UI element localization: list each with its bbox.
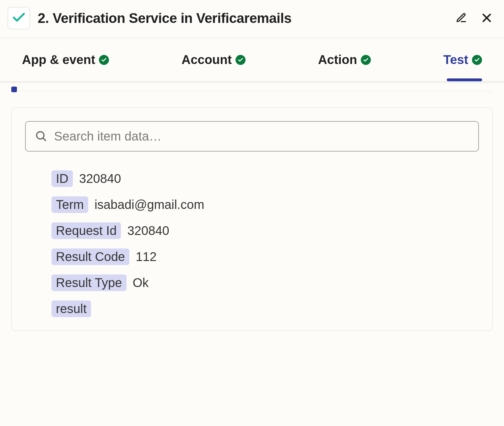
data-row: Term isabadi@gmail.com bbox=[51, 196, 479, 213]
search-icon bbox=[35, 130, 47, 143]
step-title: 2. Verification Service in Verificaremai… bbox=[38, 10, 448, 26]
data-value: 320840 bbox=[127, 224, 169, 238]
data-value: 112 bbox=[136, 250, 157, 264]
tab-account[interactable]: Account bbox=[182, 53, 246, 67]
data-key: Term bbox=[51, 196, 88, 213]
header-actions bbox=[456, 12, 493, 25]
pencil-icon bbox=[456, 12, 467, 24]
check-circle-icon bbox=[472, 55, 482, 65]
data-key: result bbox=[51, 301, 91, 317]
close-icon bbox=[481, 12, 493, 25]
svg-line-3 bbox=[43, 138, 46, 140]
result-data-list: ID 320840 Term isabadi@gmail.com Request… bbox=[25, 170, 479, 317]
data-value: Ok bbox=[133, 276, 149, 290]
progress-line bbox=[16, 91, 493, 91]
data-row: Result Type Ok bbox=[51, 274, 479, 291]
tab-shadow bbox=[0, 82, 504, 84]
app-icon bbox=[8, 7, 30, 29]
data-value: 320840 bbox=[79, 172, 121, 186]
close-button[interactable] bbox=[481, 12, 493, 25]
check-circle-icon bbox=[99, 55, 109, 65]
data-row: ID 320840 bbox=[51, 170, 479, 187]
tab-test[interactable]: Test bbox=[443, 53, 482, 67]
progress-bar-fragment bbox=[11, 87, 493, 93]
tab-app-event[interactable]: App & event bbox=[22, 53, 109, 67]
tab-label: App & event bbox=[22, 53, 95, 67]
check-circle-icon bbox=[236, 55, 246, 65]
data-key: Request Id bbox=[51, 222, 121, 239]
active-tab-underline bbox=[447, 78, 482, 81]
tab-label: Test bbox=[443, 53, 468, 67]
check-circle-icon bbox=[361, 55, 371, 65]
edit-button[interactable] bbox=[456, 12, 467, 24]
data-key: Result Type bbox=[51, 274, 127, 291]
data-row: Result Code 112 bbox=[51, 248, 479, 265]
result-card: ID 320840 Term isabadi@gmail.com Request… bbox=[11, 107, 493, 331]
check-icon bbox=[11, 10, 26, 26]
tab-label: Account bbox=[182, 53, 232, 67]
search-box[interactable] bbox=[25, 121, 479, 152]
progress-chip bbox=[11, 87, 17, 92]
data-row: Request Id 320840 bbox=[51, 222, 479, 239]
tab-bar: App & event Account Action Test bbox=[0, 38, 504, 82]
tab-label: Action bbox=[318, 53, 357, 67]
data-key: Result Code bbox=[51, 248, 129, 265]
data-row: result bbox=[51, 301, 479, 317]
data-key: ID bbox=[51, 170, 73, 187]
search-input[interactable] bbox=[54, 129, 469, 143]
tab-action[interactable]: Action bbox=[318, 53, 371, 67]
data-value: isabadi@gmail.com bbox=[95, 198, 204, 212]
panel-header: 2. Verification Service in Verificaremai… bbox=[0, 0, 504, 38]
